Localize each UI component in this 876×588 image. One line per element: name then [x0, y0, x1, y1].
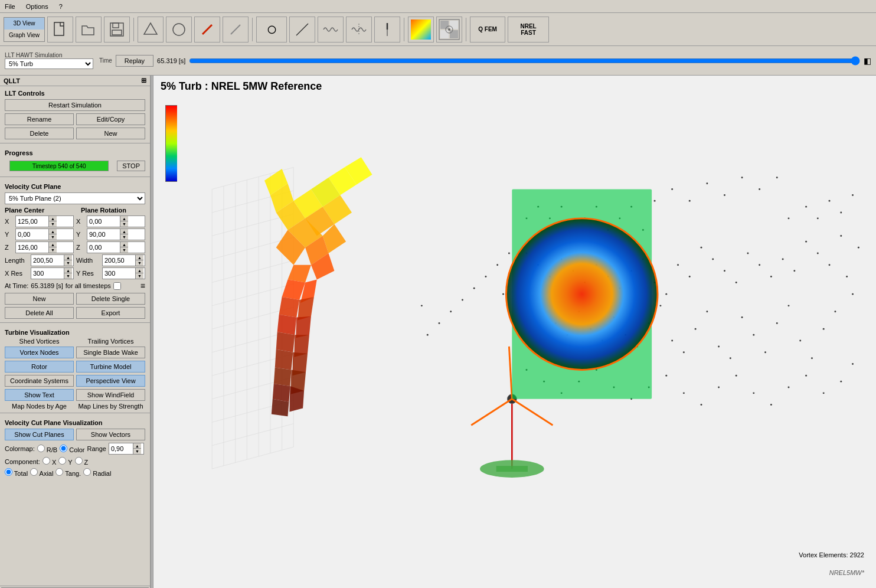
- comp-y-label[interactable]: Y: [58, 457, 72, 466]
- length-down[interactable]: ▼: [64, 260, 72, 266]
- yres-down[interactable]: ▼: [135, 273, 143, 279]
- xres-up[interactable]: ▲: [64, 268, 72, 273]
- delete-button[interactable]: Delete: [5, 128, 74, 139]
- stop-button[interactable]: STOP: [117, 161, 145, 171]
- cut-plane-select[interactable]: 5% Turb Plane (2): [5, 192, 145, 204]
- xres-input[interactable]: [31, 269, 64, 277]
- range-spinner[interactable]: ▲ ▼: [109, 443, 144, 455]
- y-center-up[interactable]: ▲: [48, 229, 57, 234]
- time-slider[interactable]: [189, 55, 860, 66]
- x-rotation-input[interactable]: [87, 217, 120, 226]
- line-tool-button[interactable]: [289, 17, 315, 43]
- z-rotation-spinner[interactable]: ▲ ▼: [87, 241, 145, 253]
- comp-radial-label[interactable]: Radial: [83, 468, 111, 477]
- menu-file[interactable]: File: [2, 2, 18, 11]
- width-down[interactable]: ▼: [135, 260, 143, 266]
- show-vectors-button[interactable]: Show Vectors: [76, 429, 145, 440]
- z-center-down[interactable]: ▼: [48, 247, 57, 253]
- y-rotation-spinner[interactable]: ▲ ▼: [87, 228, 145, 240]
- export-button[interactable]: Export: [76, 307, 145, 319]
- x-rot-down[interactable]: ▼: [120, 221, 128, 227]
- qfem-button[interactable]: Q FEM: [470, 17, 505, 43]
- width-spinner[interactable]: ▲ ▼: [102, 254, 145, 266]
- range-up[interactable]: ▲: [133, 443, 141, 449]
- width-input[interactable]: [103, 256, 135, 264]
- wave2-button[interactable]: [346, 17, 372, 43]
- z-rot-up[interactable]: ▲: [120, 242, 128, 247]
- xres-down[interactable]: ▼: [64, 273, 72, 279]
- turbine-model-button[interactable]: Turbine Model: [76, 361, 145, 373]
- nrel-fast-button[interactable]: NREL FAST: [508, 17, 549, 43]
- colormap-color-label[interactable]: Color: [60, 445, 84, 453]
- viewport[interactable]: 5% Turb : NREL 5MW Reference magnitude: …: [153, 76, 876, 588]
- menu-options[interactable]: Options: [24, 2, 51, 11]
- x-rot-up[interactable]: ▲: [120, 216, 128, 221]
- y-center-spinner[interactable]: ▲ ▼: [15, 228, 74, 240]
- width-up[interactable]: ▲: [135, 255, 143, 260]
- x-center-spinner[interactable]: ▲ ▼: [15, 215, 74, 227]
- yres-spinner[interactable]: ▲ ▼: [102, 267, 145, 279]
- restart-simulation-button[interactable]: Restart Simulation: [5, 99, 145, 111]
- panel-hscroll[interactable]: [0, 586, 150, 588]
- edit-copy-button[interactable]: Edit/Copy: [76, 113, 145, 125]
- y-center-input[interactable]: [16, 230, 48, 239]
- panel-maximize-icon[interactable]: ⊞: [141, 77, 146, 84]
- yres-input[interactable]: [103, 269, 135, 277]
- new-plane-button[interactable]: New: [5, 293, 74, 305]
- collapse-icon[interactable]: ≡: [140, 281, 145, 290]
- length-spinner[interactable]: ▲ ▼: [31, 254, 74, 266]
- wave3-button[interactable]: [374, 17, 400, 43]
- panel-scroll[interactable]: LLT Controls Restart Simulation Rename E…: [0, 86, 150, 586]
- x-rotation-spinner[interactable]: ▲ ▼: [87, 215, 145, 227]
- xres-spinner[interactable]: ▲ ▼: [31, 267, 74, 279]
- colormap-color-radio[interactable]: [60, 445, 67, 452]
- rotor-button[interactable]: Rotor: [5, 361, 74, 373]
- comp-total-radio[interactable]: [5, 468, 12, 476]
- range-input[interactable]: [109, 445, 133, 453]
- comp-z-label[interactable]: Z: [75, 457, 89, 466]
- length-input[interactable]: [31, 256, 64, 264]
- yres-up[interactable]: ▲: [135, 268, 143, 273]
- comp-y-radio[interactable]: [58, 457, 66, 465]
- z-center-input[interactable]: [16, 243, 48, 251]
- show-cut-planes-button[interactable]: Show Cut Planes: [5, 429, 74, 440]
- save-button[interactable]: [104, 17, 130, 43]
- comp-axial-label[interactable]: Axial: [30, 468, 53, 477]
- new-sim-button[interactable]: New: [76, 128, 145, 139]
- colormap-rb-label[interactable]: R/B: [37, 445, 57, 453]
- single-blade-wake-button[interactable]: Single Blade Wake: [76, 347, 145, 358]
- y-rot-down[interactable]: ▼: [120, 234, 128, 240]
- show-windfield-button[interactable]: Show WindField: [76, 389, 145, 401]
- z-center-up[interactable]: ▲: [48, 242, 57, 247]
- comp-total-label[interactable]: Total: [5, 468, 28, 477]
- z-rot-down[interactable]: ▼: [120, 247, 128, 253]
- y-center-down[interactable]: ▼: [48, 234, 57, 240]
- blade-line-button[interactable]: [223, 17, 249, 43]
- comp-radial-radio[interactable]: [83, 468, 91, 476]
- vortex-nodes-button[interactable]: Vortex Nodes: [5, 347, 74, 358]
- colormap-button[interactable]: [408, 17, 434, 43]
- comp-z-radio[interactable]: [75, 457, 83, 465]
- z-center-spinner[interactable]: ▲ ▼: [15, 241, 74, 253]
- perspective-view-button[interactable]: Perspective View: [76, 375, 145, 387]
- length-up[interactable]: ▲: [64, 255, 72, 260]
- comp-tang-label[interactable]: Tang.: [55, 468, 81, 477]
- range-down[interactable]: ▼: [133, 449, 141, 454]
- 360-mode-button[interactable]: ◯: [256, 17, 287, 43]
- y-rotation-input[interactable]: [87, 230, 120, 239]
- new-button[interactable]: [47, 17, 73, 43]
- wave1-button[interactable]: [318, 17, 344, 43]
- comp-axial-radio[interactable]: [30, 468, 38, 476]
- comp-x-label[interactable]: X: [43, 457, 56, 466]
- x-center-up[interactable]: ▲: [48, 216, 57, 221]
- rename-button[interactable]: Rename: [5, 113, 74, 125]
- grid-icon-button[interactable]: [436, 17, 462, 43]
- coordinate-systems-button[interactable]: Coordinate Systems: [5, 375, 74, 387]
- side-view-button[interactable]: [166, 17, 192, 43]
- comp-tang-radio[interactable]: [55, 468, 63, 476]
- delete-single-button[interactable]: Delete Single: [76, 293, 145, 305]
- simulation-select[interactable]: 5% Turb: [5, 58, 93, 69]
- replay-button[interactable]: Replay: [116, 55, 153, 67]
- 3d-view-button[interactable]: 3D View: [4, 18, 44, 30]
- menu-help[interactable]: ?: [57, 2, 65, 11]
